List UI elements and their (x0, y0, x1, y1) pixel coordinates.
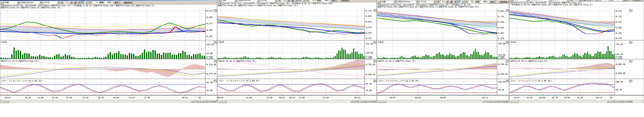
period-month-button[interactable]: 月 (587, 0, 590, 1)
pane-scroll-down-button[interactable]: ▼ (213, 60, 217, 62)
apply-button[interactable]: 適用 (330, 0, 337, 2)
draw-tool-button[interactable]: ↘ (350, 100, 353, 103)
draw-tool-button[interactable]: ▶ (373, 100, 376, 103)
multi-symbol-button[interactable]: 複数銘柄 (122, 1, 133, 4)
apply-button[interactable]: 適用 (113, 1, 120, 4)
draw-tool-button[interactable]: L (616, 100, 618, 103)
draw-tool-button[interactable]: B (494, 100, 497, 103)
category-select[interactable]: 先物▼ (4, 1, 20, 4)
panel-menu-button[interactable]: ▼ (218, 0, 221, 2)
draw-tool-button[interactable]: @ (205, 100, 208, 103)
contract-select[interactable]: 11/12▼ (552, 0, 570, 1)
pane-scroll-down-button[interactable]: ▼ (505, 9, 509, 12)
period-minute-button[interactable]: 分 (299, 0, 302, 2)
period-month-button[interactable]: 月 (295, 0, 298, 2)
period-tick-button[interactable]: T (595, 0, 598, 1)
draw-tool-button[interactable]: B (618, 100, 621, 103)
draw-tool-button[interactable]: X (624, 100, 627, 103)
h-scrollbar[interactable]: ↘TDLB@XM▶ (0, 100, 217, 103)
period-week-button[interactable]: 週 (450, 0, 453, 3)
contract-select[interactable]: 11/12▼ (260, 0, 278, 2)
symbol-select[interactable]: 日経225mini▼ (530, 0, 552, 1)
period-day-button[interactable]: 日 (579, 0, 582, 1)
bars-input[interactable]: 600◢ (104, 1, 112, 4)
scrollbar-thumb[interactable] (218, 100, 226, 103)
h-scrollbar[interactable]: ↘TDLB@XM▶ (218, 100, 376, 103)
multi-symbol-button[interactable]: 複数銘柄 (632, 0, 642, 1)
pane-scroll-down-button[interactable]: ▼ (628, 9, 632, 12)
draw-tool-button[interactable]: T (486, 100, 488, 103)
draw-tool-button[interactable]: @ (497, 100, 500, 103)
draw-tool-button[interactable]: ↘ (483, 100, 485, 103)
pane-scroll-down-button[interactable]: ▼ (505, 79, 509, 82)
symbol-select[interactable]: 日経225mini▼ (397, 0, 419, 4)
draw-tool-button[interactable]: L (491, 100, 494, 103)
interval-input[interactable]: 30◢ (468, 0, 475, 3)
pane-scroll-down-button[interactable]: ▼ (373, 60, 376, 62)
ashi-count-input[interactable]: 1◢ (440, 0, 445, 3)
period-day-button[interactable]: 日 (287, 0, 290, 2)
ashi-count-input[interactable]: 1◢ (281, 0, 286, 2)
draw-tool-button[interactable]: ▶ (214, 100, 216, 103)
pane-scroll-down-button[interactable]: ▼ (505, 60, 509, 62)
draw-tool-button[interactable]: M (370, 100, 373, 103)
draw-tool-button[interactable]: T (194, 100, 196, 103)
panel-menu-button[interactable]: ▼ (510, 0, 513, 1)
pane-scroll-down-button[interactable]: ▼ (373, 41, 376, 44)
draw-tool-button[interactable]: X (500, 100, 502, 103)
bars-input[interactable]: 600◢ (614, 0, 622, 1)
period-week-button[interactable]: 週 (74, 1, 77, 4)
scrollbar-thumb[interactable] (0, 100, 9, 103)
period-day-button[interactable]: 日 (70, 1, 73, 4)
apply-button[interactable]: 適用 (622, 0, 629, 1)
draw-tool-button[interactable]: ↘ (191, 100, 194, 103)
pane-scroll-down-button[interactable]: ▼ (373, 79, 376, 82)
category-select[interactable]: 先物▼ (222, 0, 238, 2)
pane-scroll-down-button[interactable]: ▼ (213, 41, 217, 44)
scrollbar-thumb[interactable] (510, 100, 518, 103)
symbol-select[interactable]: 日経225mini▼ (20, 1, 42, 4)
draw-tool-button[interactable]: M (627, 100, 630, 103)
draw-tool-button[interactable]: D (488, 100, 491, 103)
draw-tool-button[interactable]: D (196, 100, 199, 103)
apply-button[interactable]: 適用 (489, 0, 495, 3)
draw-tool-button[interactable]: ▶ (630, 100, 632, 103)
period-month-button[interactable]: 月 (78, 1, 81, 4)
period-tick-button[interactable]: T (303, 0, 306, 2)
draw-tool-button[interactable]: M (211, 100, 214, 103)
interval-input[interactable]: 5◢ (92, 1, 99, 4)
bars-input[interactable]: 600◢ (322, 0, 330, 2)
interval-input[interactable]: 60◢ (602, 0, 608, 1)
draw-tool-button[interactable]: T (610, 100, 612, 103)
pane-scroll-down-button[interactable]: ▼ (628, 60, 632, 62)
interval-input[interactable]: 15◢ (310, 0, 316, 2)
draw-tool-button[interactable]: B (202, 100, 205, 103)
draw-tool-button[interactable]: ▶ (506, 100, 508, 103)
period-minute-button[interactable]: 分 (591, 0, 594, 1)
pane-scroll-down-button[interactable]: ▼ (213, 79, 217, 82)
draw-tool-button[interactable]: T (353, 100, 356, 103)
panel-menu-button[interactable]: ▼ (0, 1, 4, 4)
period-week-button[interactable]: 週 (291, 0, 294, 2)
contract-select[interactable]: 11/12▼ (420, 0, 437, 4)
draw-tool-button[interactable]: @ (364, 100, 367, 103)
draw-tool-button[interactable]: X (368, 100, 370, 103)
draw-tool-button[interactable]: L (199, 100, 202, 103)
draw-tool-button[interactable]: X (208, 100, 210, 103)
bars-input[interactable]: 600◢ (480, 0, 488, 3)
category-select[interactable]: 先物▼ (514, 0, 529, 1)
multi-symbol-button[interactable]: 複数銘柄 (340, 0, 350, 2)
pane-scroll-down-button[interactable]: ▼ (373, 9, 376, 12)
pane-scroll-down-button[interactable]: ▼ (505, 41, 509, 44)
pane-scroll-down-button[interactable]: ▼ (213, 9, 217, 12)
symbol-select[interactable]: 日経225mini▼ (238, 0, 260, 2)
draw-tool-button[interactable]: L (359, 100, 362, 103)
contract-select[interactable]: 11/12▼ (43, 1, 60, 4)
multi-symbol-button[interactable]: 複数銘柄 (498, 0, 509, 3)
period-month-button[interactable]: 月 (454, 0, 457, 3)
scrollbar-thumb[interactable] (378, 100, 386, 103)
pane-scroll-down-button[interactable]: ▼ (628, 41, 632, 44)
category-select[interactable]: 先物▼ (381, 0, 397, 4)
pane-scroll-down-button[interactable]: ▼ (628, 79, 632, 82)
panel-menu-button[interactable]: ▼ (378, 0, 380, 3)
